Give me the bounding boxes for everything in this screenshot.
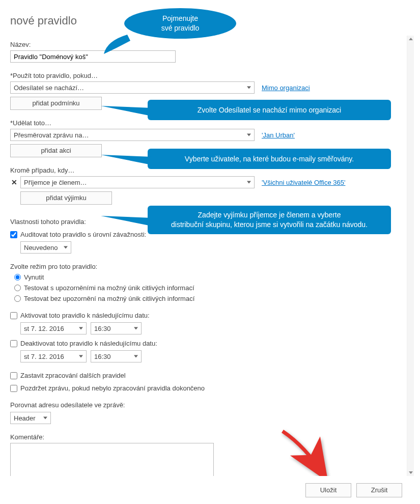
deactivate-time-value: 16:30 bbox=[94, 353, 111, 360]
callout-action-text: Vyberte uživatele, na které budou e-mail… bbox=[185, 154, 354, 164]
stop-processing-label: Zastavit zpracování dalších pravidel bbox=[20, 372, 126, 379]
chevron-down-icon bbox=[134, 327, 138, 330]
condition-link[interactable]: Mimo organizaci bbox=[262, 84, 310, 92]
activate-label: Aktivovat toto pravidlo k následujícímu … bbox=[20, 312, 150, 319]
activate-date-select[interactable]: st 7. 12. 2016 bbox=[20, 322, 87, 334]
chevron-down-icon bbox=[79, 355, 83, 358]
scroll-up-icon bbox=[409, 38, 413, 40]
match-label: Porovnat adresu odesílatele ve zprávě: bbox=[10, 401, 400, 409]
scrollbar[interactable] bbox=[407, 36, 414, 476]
deactivate-date-select[interactable]: st 7. 12. 2016 bbox=[20, 350, 87, 362]
callout-exception: Zadejte vyjímku příjemce je členem a vyb… bbox=[148, 206, 391, 234]
activate-date-value: st 7. 12. 2016 bbox=[24, 325, 64, 332]
condition-value: Odesílatel se nachází… bbox=[14, 84, 84, 92]
match-value: Header bbox=[14, 414, 36, 422]
callout-condition: Zvolte Odesílatel se nachází mimo organi… bbox=[148, 100, 391, 120]
deactivate-checkbox[interactable] bbox=[10, 340, 17, 347]
chevron-down-icon bbox=[247, 134, 251, 136]
audit-severity-select[interactable]: Neuvedeno bbox=[20, 241, 71, 254]
exception-link[interactable]: 'Všichni uživatelé Office 365' bbox=[262, 179, 345, 186]
callout-action: Vyberte uživatele, na které budou e-mail… bbox=[148, 149, 391, 169]
condition-label: *Použít toto pravidlo, pokud… bbox=[10, 72, 400, 79]
chevron-down-icon bbox=[247, 181, 251, 184]
name-input[interactable] bbox=[10, 50, 176, 63]
add-condition-button[interactable]: přidat podmínku bbox=[10, 97, 102, 110]
activate-time-value: 16:30 bbox=[94, 325, 111, 332]
defer-checkbox[interactable] bbox=[10, 385, 17, 392]
mode-test-tips-radio[interactable] bbox=[14, 285, 21, 291]
callout-name-text-2: své pravidlo bbox=[161, 23, 200, 33]
callout-exception-text-1: Zadejte vyjímku příjemce je členem a vyb… bbox=[198, 210, 341, 220]
comments-label: Komentáře: bbox=[10, 433, 400, 441]
comments-textarea[interactable] bbox=[10, 443, 214, 476]
action-label: *Udělat toto… bbox=[10, 119, 400, 127]
defer-label: Pozdržet zprávu, pokud nebylo zpracování… bbox=[20, 384, 205, 392]
audit-checkbox[interactable] bbox=[10, 231, 17, 238]
dialog-footer: Uložit Zrušit bbox=[0, 476, 420, 504]
deactivate-label: Deaktivovat toto pravidlo k následujícím… bbox=[20, 340, 157, 347]
mode-heading: Zvolte režim pro toto pravidlo: bbox=[10, 263, 400, 270]
chevron-down-icon bbox=[79, 327, 83, 330]
condition-select[interactable]: Odesílatel se nachází… bbox=[10, 81, 255, 94]
callout-name-rule: Pojmenujte své pravidlo bbox=[124, 8, 236, 39]
audit-severity-value: Neuvedeno bbox=[24, 244, 58, 251]
mode-test-notips-radio[interactable] bbox=[14, 295, 21, 302]
cancel-button[interactable]: Zrušit bbox=[356, 483, 402, 497]
scroll-down-icon bbox=[409, 471, 413, 474]
action-link[interactable]: 'Jan Urban' bbox=[262, 131, 295, 139]
callout-condition-text: Zvolte Odesílatel se nachází mimo organi… bbox=[198, 105, 341, 115]
name-label: Název: bbox=[10, 41, 400, 48]
action-value: Přesměrovat zprávu na… bbox=[14, 131, 89, 139]
deactivate-time-select[interactable]: 16:30 bbox=[91, 350, 142, 362]
add-action-button[interactable]: přidat akci bbox=[10, 144, 102, 157]
action-select[interactable]: Přesměrovat zprávu na… bbox=[10, 129, 255, 141]
callout-name-text-1: Pojmenujte bbox=[162, 14, 198, 23]
callout-exception-text-2: distribuční skupinu, kterou jsme si vytv… bbox=[171, 220, 368, 230]
mode-enforce-label: Vynutit bbox=[24, 273, 44, 281]
chevron-down-icon bbox=[43, 417, 47, 419]
activate-time-select[interactable]: 16:30 bbox=[91, 322, 142, 334]
chevron-down-icon bbox=[134, 355, 138, 358]
mode-enforce-radio[interactable] bbox=[14, 274, 21, 281]
save-button[interactable]: Uložit bbox=[305, 483, 351, 497]
chevron-down-icon bbox=[64, 246, 68, 249]
mode-test-tips-label: Testovat s upozorněními na možný únik ci… bbox=[24, 284, 194, 292]
add-exception-button[interactable]: přidat výjimku bbox=[20, 191, 112, 205]
deactivate-date-value: st 7. 12. 2016 bbox=[24, 353, 64, 360]
exception-value: Příjemce je členem… bbox=[24, 179, 87, 186]
mode-test-notips-label: Testovat bez upozornění na možný únik ci… bbox=[24, 295, 194, 302]
exception-select[interactable]: Příjemce je členem… bbox=[20, 176, 255, 188]
chevron-down-icon bbox=[247, 87, 251, 89]
activate-checkbox[interactable] bbox=[10, 312, 17, 319]
stop-processing-checkbox[interactable] bbox=[10, 372, 17, 379]
match-select[interactable]: Header bbox=[10, 412, 51, 424]
remove-exception-icon[interactable]: ✕ bbox=[10, 178, 18, 186]
audit-label: Auditovat toto pravidlo s úrovní závažno… bbox=[20, 231, 146, 238]
